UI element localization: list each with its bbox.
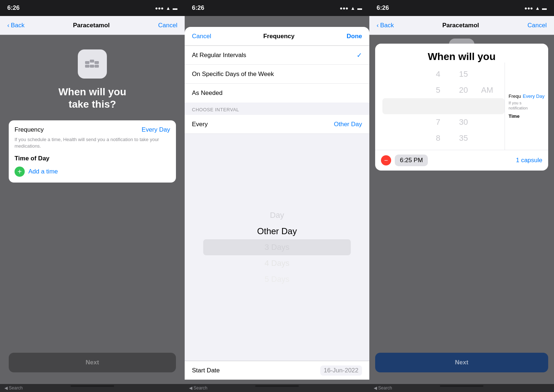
frequency-label: Frequency [15,126,44,133]
wifi-icon-2: ▲ [350,5,355,11]
main-content-1: When will youtake this? Frequency Every … [0,35,185,345]
svg-rect-4 [90,65,94,68]
back-button-1[interactable]: ‹ Back [7,22,24,29]
frequency-mini-panel: Frequ Every Day If you snotification Tim… [505,63,548,150]
option-text-regular: At Regular Intervals [192,52,246,59]
hour-5: 5 [425,82,451,98]
search-label-1[interactable]: ◀ Search [4,385,23,391]
min-35: 35 [451,130,476,146]
min-20: 20 [451,82,476,98]
frequency-card-1: Frequency Every Day If you schedule a ti… [9,120,176,182]
interval-row[interactable]: Every Other Day [185,115,369,134]
time-picker-modal: When will you 4 5 6 7 8 15 20 25 30 [375,44,548,171]
signal-icon-2: ●●● [340,5,349,11]
option-text-specific: On Specific Days of the Week [192,71,274,78]
status-icons-3: ●●● ▲ ▬ [525,5,547,11]
time-picker[interactable]: 4 5 6 7 8 15 20 25 30 35 AM [375,63,548,150]
interval-label: Every [192,121,208,128]
frequency-modal: Cancel Frequency Done At Regular Interva… [185,27,369,380]
next-button-3[interactable]: Next [375,353,548,372]
min-30: 30 [451,114,476,130]
remove-time-button[interactable]: − [381,155,391,165]
frequency-value[interactable]: Every Day [142,126,170,133]
time-entry-row: − 6:25 PM 1 capsule [375,150,548,171]
home-bar-2 [255,385,299,387]
next-button-1[interactable]: Next [9,353,176,372]
interval-section-header: CHOOSE INTERVAL [185,103,369,115]
home-bar-1 [71,385,114,387]
status-bar-1: 6:26 ◀ Search ●●● ▲ ▬ [0,0,185,16]
status-icons-1: ●●● ▲ ▬ [155,5,177,11]
capsule-count[interactable]: 1 capsule [516,157,542,164]
svg-rect-3 [85,65,89,68]
chevron-left-icon: ‹ [7,22,9,29]
cancel-button-1[interactable]: Cancel [158,22,177,29]
modal-nav: Cancel Frequency Done [185,27,369,46]
panel3-content: When will you 4 5 6 7 8 15 20 25 30 [369,35,554,345]
home-bar-3 [440,385,483,387]
time-label-mini: Time [509,113,545,119]
freq-label-mini: Frequ [509,93,521,99]
hour-8: 8 [425,130,451,146]
time-picker-highlight [382,98,505,114]
freq-note-mini: If you snotification [509,100,545,111]
checkmark-icon: ✓ [357,51,362,59]
nav-title-1: Paracetamol [73,22,110,29]
time-modal-title: When will you [375,44,548,63]
interval-picker[interactable]: Day Other Day 3 Days 4 Days 5 Days [185,134,369,361]
status-icons-2: ●●● ▲ ▬ [340,5,362,11]
battery-icon-3: ▬ [542,5,547,11]
option-specific-days[interactable]: On Specific Days of the Week [185,65,369,84]
phone-panel-3: 6:26 ◀ Search ●●● ▲ ▬ ‹ Back Paracetamol… [369,0,554,392]
svg-rect-5 [95,65,99,68]
frequency-options: At Regular Intervals ✓ On Specific Days … [185,46,369,103]
time-entry-left: − 6:25 PM [381,155,428,166]
status-bar-2: 6:26 ◀ Search ●●● ▲ ▬ [185,0,369,16]
option-at-regular[interactable]: At Regular Intervals ✓ [185,46,369,65]
start-date-row[interactable]: Start Date 16-Jun-2022 [185,361,369,380]
wifi-icon: ▲ [166,5,170,11]
option-as-needed[interactable]: As Needed [185,84,369,103]
hour-4: 4 [425,66,451,82]
modal-cancel-button[interactable]: Cancel [192,33,211,40]
signal-icon-3: ●●● [525,5,533,11]
search-label-2[interactable]: ◀ Search [189,385,207,391]
search-label-3[interactable]: ◀ Search [374,385,392,391]
start-date-value[interactable]: 16-Jun-2022 [320,365,362,376]
svg-rect-0 [85,61,89,64]
time-value[interactable]: 6:25 PM [395,155,428,166]
cancel-button-3[interactable]: Cancel [527,22,547,29]
freq-value-mini: Every Day [523,93,545,99]
add-time-row[interactable]: + Add a time [15,167,170,177]
modal-title: Frequency [263,33,294,40]
modal-done-button[interactable]: Done [347,33,362,40]
frequency-note: If you schedule a time, Health will send… [15,136,170,149]
nav-title-3: Paracetamol [442,22,479,29]
next-button-area-1: Next [0,345,185,380]
interval-value[interactable]: Other Day [334,121,362,128]
wifi-icon-3: ▲ [535,5,540,11]
picker-item-4days: 4 Days [265,255,289,271]
chevron-left-icon-3: ‹ [377,22,379,29]
battery-icon: ▬ [173,5,177,11]
medication-icon [78,49,107,79]
status-time-3: 6:26 [377,4,389,12]
status-time-2: 6:26 [192,4,204,12]
phone-panel-1: 6:26 ◀ Search ●●● ▲ ▬ ‹ Back Paracetamol… [0,0,185,392]
start-date-label: Start Date [192,367,220,374]
nav-bar-3: ‹ Back Paracetamol Cancel [369,16,554,35]
svg-rect-1 [90,60,94,63]
next-button-area-3: Next [369,345,554,380]
signal-icon: ●●● [155,5,164,11]
picker-item-other: Other Day [257,223,297,239]
picker-items: Day Other Day 3 Days 4 Days 5 Days [257,207,297,287]
option-text-needed: As Needed [192,89,222,97]
add-time-text[interactable]: Add a time [28,168,58,175]
battery-icon-2: ▬ [357,5,362,11]
back-button-3[interactable]: ‹ Back [377,22,394,29]
status-time-1: 6:26 [7,4,20,12]
add-time-icon[interactable]: + [15,167,25,177]
picker-item-day: Day [270,207,284,223]
status-bar-3: 6:26 ◀ Search ●●● ▲ ▬ [369,0,554,16]
min-15: 15 [451,66,476,82]
